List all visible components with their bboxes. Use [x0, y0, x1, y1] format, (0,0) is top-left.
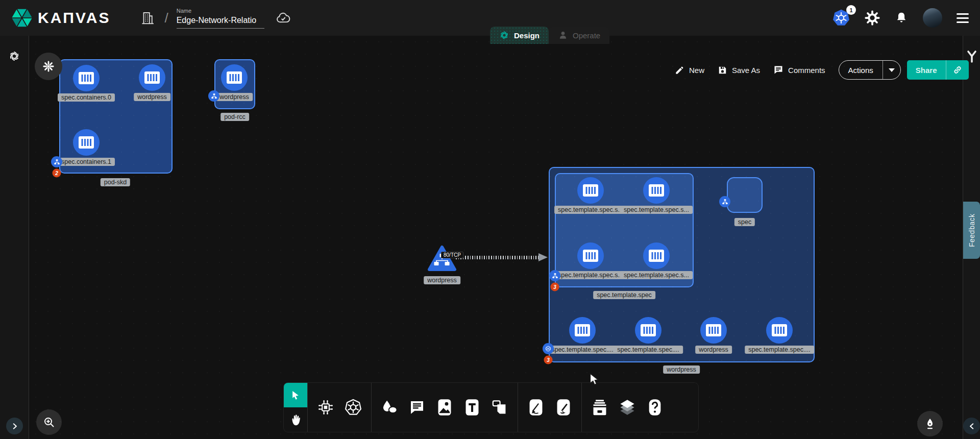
share-button-label[interactable]: Share	[907, 60, 946, 80]
design-name-input[interactable]	[177, 15, 264, 29]
user-avatar[interactable]	[923, 8, 942, 28]
help-tool-button[interactable]	[641, 383, 669, 432]
expand-left-panel-button[interactable]	[6, 418, 23, 434]
network-badge[interactable]	[549, 270, 560, 281]
actions-split-button[interactable]: Actions	[839, 60, 901, 80]
pen-ruler-icon	[529, 399, 543, 416]
actions-dropdown-button[interactable]	[883, 61, 900, 79]
container-node[interactable]	[700, 317, 727, 344]
actions-button-label[interactable]: Actions	[839, 61, 883, 79]
helm-wheel-icon	[344, 398, 362, 417]
sitemap-icon	[54, 159, 60, 165]
design-name-block: Name	[177, 8, 264, 29]
cloud-saved-icon	[276, 11, 291, 25]
group-label: spec.template.spec	[593, 291, 655, 299]
note-icon	[492, 399, 508, 416]
drawer-tool-button[interactable]	[586, 383, 614, 432]
error-count-badge[interactable]: 2	[53, 169, 61, 178]
node-label: spec.template.spec.s...	[554, 206, 627, 214]
note-tool-button[interactable]	[486, 383, 513, 432]
replica-sphere-icon	[545, 345, 552, 352]
container-node[interactable]	[577, 177, 604, 204]
node-label: spec.template.spec.s...	[620, 206, 693, 214]
container-node[interactable]	[73, 129, 100, 156]
save-as-button[interactable]: Save As	[718, 65, 760, 75]
container-node[interactable]	[766, 317, 793, 344]
link-icon	[952, 65, 963, 75]
kanvas-spinner-icon[interactable]	[8, 50, 20, 62]
feedback-tab[interactable]: Feedback	[963, 202, 980, 259]
container-node[interactable]	[643, 242, 670, 269]
network-badge[interactable]	[719, 196, 730, 207]
drawer-icon	[592, 399, 608, 416]
container-node[interactable]	[569, 317, 596, 344]
edge-arrowhead-icon	[538, 253, 548, 261]
replica-badge[interactable]	[543, 343, 554, 354]
container-node[interactable]	[577, 242, 604, 269]
annotate-pen-tool-button[interactable]	[522, 383, 550, 432]
error-count-badge[interactable]: 3	[544, 356, 553, 364]
dropdown-caret-icon	[889, 68, 895, 72]
node-label: spec.template.spec....	[745, 346, 814, 354]
chevron-left-icon	[968, 423, 975, 430]
new-button[interactable]: New	[675, 65, 704, 75]
tab-design[interactable]: Design	[490, 27, 549, 44]
service-node[interactable]	[428, 245, 456, 272]
node-label: spec.containers.1	[58, 158, 115, 166]
group-label: wordpress	[663, 365, 700, 374]
comments-button[interactable]: Comments	[773, 65, 825, 75]
service-node-label: wordpress	[424, 276, 460, 284]
node-label: wordpress	[216, 93, 253, 101]
pencil-draw-icon	[556, 399, 571, 416]
copy-link-button[interactable]	[946, 60, 969, 80]
tab-design-label: Design	[514, 31, 540, 40]
container-node[interactable]	[139, 64, 165, 91]
text-tool-button[interactable]	[458, 383, 486, 432]
container-node[interactable]	[643, 177, 670, 204]
error-count-badge[interactable]: 3	[551, 283, 559, 291]
freehand-draw-tool-button[interactable]	[550, 383, 577, 432]
chip-icon	[317, 399, 334, 416]
save-as-button-label: Save As	[732, 66, 760, 75]
layers-tool-button[interactable]	[614, 383, 641, 432]
shapes-tool-button[interactable]	[376, 383, 403, 432]
network-badge[interactable]	[208, 90, 219, 102]
kanvas-logo[interactable]: KAΠVAS	[11, 7, 110, 29]
settings-gear-icon[interactable]	[865, 10, 880, 26]
feedback-label: Feedback	[968, 213, 976, 247]
tab-operate[interactable]: Operate	[549, 27, 609, 44]
comment-bubble-icon	[409, 399, 425, 416]
chevron-right-icon	[11, 423, 18, 430]
service-edge[interactable]	[456, 256, 539, 259]
group-label: pod-skd	[101, 178, 130, 186]
node-label: spec.template.spec.s...	[554, 271, 627, 279]
pan-tool-button[interactable]	[284, 407, 307, 432]
kubernetes-context-button[interactable]: 1	[832, 9, 850, 27]
menu-hamburger-icon[interactable]	[957, 13, 969, 23]
shapes-icon	[381, 399, 398, 416]
image-tool-button[interactable]	[431, 383, 458, 432]
spec-node[interactable]	[727, 177, 763, 213]
k8s-context-count-badge: 1	[846, 5, 856, 15]
collapse-right-panel-button[interactable]	[963, 418, 980, 434]
cluster-flower-node[interactable]	[35, 53, 62, 80]
comment-tool-button[interactable]	[403, 383, 431, 432]
network-badge[interactable]	[51, 156, 62, 167]
name-field-label: Name	[177, 8, 264, 14]
organization-icon[interactable]	[140, 10, 155, 26]
share-split-button[interactable]: Share	[907, 60, 969, 80]
node-label: wordpress	[695, 346, 732, 354]
design-actions-bar: New Save As Comments Actions Share	[675, 60, 969, 80]
breadcrumb-separator: /	[164, 10, 168, 26]
container-node[interactable]	[635, 317, 662, 344]
select-tool-button[interactable]	[284, 383, 307, 407]
container-node[interactable]	[221, 64, 248, 91]
header-right-icons: 1	[832, 8, 969, 28]
container-node[interactable]	[73, 65, 100, 91]
kubernetes-tool-button[interactable]	[339, 383, 367, 432]
notifications-bell-icon[interactable]	[894, 11, 909, 25]
tab-operate-label: Operate	[573, 31, 600, 40]
components-tool-button[interactable]	[312, 383, 339, 432]
save-icon	[718, 65, 727, 75]
design-pinwheel-icon	[499, 30, 509, 40]
